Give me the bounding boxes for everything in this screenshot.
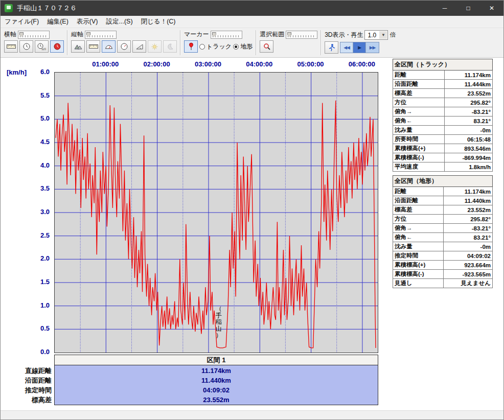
menu-item[interactable]: 表示(V) (73, 16, 102, 28)
minimize-button[interactable]: ─ (433, 1, 456, 16)
y-tick: 2.5 (29, 231, 50, 239)
y-tick: 0.5 (29, 324, 50, 332)
x-tick: 06:00:00 (344, 60, 380, 68)
status-strip (1, 410, 503, 419)
selection-zoom-button[interactable] (260, 40, 273, 53)
summary-row-value: 23.552m (445, 89, 493, 98)
walk-3d-icon (328, 43, 335, 52)
vaxis-distance-button[interactable] (86, 40, 100, 53)
radio-terrain[interactable]: 地形 (233, 42, 253, 51)
haxis-clock-red-button[interactable] (50, 40, 64, 53)
summary-row-label: 推定時間 (393, 251, 444, 261)
track-summary-table: 全区間（トラック） 距離 11.174km 沿面距離 11.444km 標高差 … (393, 59, 493, 172)
maximize-button[interactable]: □ (456, 1, 480, 16)
slope-angle-icon (136, 43, 143, 50)
marker-slider[interactable] (211, 31, 242, 39)
segment-stat-value: 11.174km (55, 366, 378, 376)
menu-item[interactable]: 閉じる！(C) (137, 16, 180, 28)
marker-group: マーカー トラック 地形 (182, 29, 254, 54)
x-tick: 02:00:00 (139, 60, 175, 68)
fast-forward-icon: ▶▶ (370, 45, 376, 50)
segment-header: 区間 1 (54, 355, 378, 365)
summary-row-label: 距離 (393, 71, 445, 80)
summary-row-label: 累積標高(+) (393, 144, 445, 153)
playback-rate-value: 1.0 (368, 32, 376, 39)
radio-dot (199, 44, 205, 50)
play-icon: ▶ (358, 45, 361, 50)
summary-row: 距離 11.174km (393, 71, 493, 80)
horizontal-ruler-icon (7, 44, 16, 49)
gauge-icon (121, 43, 128, 50)
summary-row-value: -923.565m (443, 270, 492, 279)
rewind-button[interactable]: ◀◀ (340, 42, 353, 53)
y-tick: 2.0 (29, 254, 50, 262)
vaxis-slope-button[interactable] (132, 40, 146, 53)
play-button[interactable]: ▶ (353, 42, 366, 53)
menu-item[interactable]: ファイル(F) (1, 16, 43, 28)
summary-row-label: 沿面距離 (393, 196, 444, 205)
summary-row-value: -0m (443, 242, 492, 251)
summary-row-label: 俯角← (393, 116, 445, 126)
speed-chart: （手稲山） (55, 73, 378, 353)
vaxis-label: 縦軸 (71, 30, 83, 39)
menu-item[interactable]: 設定...(S) (102, 16, 136, 28)
summary-row-label: 距離 (393, 187, 444, 196)
summary-row-label: 累積標高(-) (393, 153, 445, 162)
haxis-clock-123-button[interactable]: 123 (35, 40, 49, 53)
summary-row: 俯角← 83.21° (393, 233, 493, 242)
x-tick: 05:00:00 (293, 60, 329, 68)
y-tick: 6.0 (29, 68, 50, 76)
haxis-ruler-button[interactable] (4, 40, 18, 53)
segment-stat-label: 直線距離 (1, 366, 52, 376)
summary-row-label: 累積標高(-) (393, 270, 444, 279)
vaxis-moon-button[interactable] (163, 40, 177, 53)
vaxis-elevation-button[interactable] (71, 40, 85, 53)
vaxis-sun-button[interactable] (148, 40, 162, 53)
vaxis-slider[interactable] (85, 31, 117, 39)
segment-values: 11.174km 11.440km 04:09:02 23.552m (54, 365, 378, 405)
summary-row-value: -83.21° (445, 107, 493, 116)
title-bar[interactable]: 手稲山１７０７２６ ─ □ ✕ (1, 1, 503, 16)
x-tick: 01:00:00 (87, 60, 123, 68)
summary-row: 沈み量 -0m (393, 126, 493, 135)
summary-row-label: 方位 (393, 215, 444, 224)
mountain-icon (74, 43, 82, 50)
segment-stat-label: 沿面距離 (1, 376, 52, 385)
summary-row-value: 83.21° (445, 116, 493, 126)
summary-row-label: 沿面距離 (393, 80, 445, 89)
summary-row: 累積標高(+) 893.546m (393, 144, 493, 153)
summary-row: 沿面距離 11.440km (393, 196, 493, 205)
summary-row: 俯角→ -83.21° (393, 107, 493, 116)
summary-row-value: 06:15:48 (445, 135, 493, 144)
summary-row-value: 11.440km (443, 196, 492, 205)
summary-row-label: 沈み量 (393, 242, 444, 251)
fast-forward-button[interactable]: ▶▶ (366, 42, 379, 53)
menu-item[interactable]: 編集(E) (43, 16, 73, 28)
summary-row-label: 標高差 (393, 89, 445, 98)
radio-track[interactable]: トラック (199, 42, 232, 51)
summary-row-value: -869.994m (445, 153, 493, 162)
haxis-slider[interactable] (18, 31, 50, 39)
rewind-icon: ◀◀ (343, 45, 350, 50)
view-3d-button[interactable] (325, 41, 338, 54)
marker-pin-icon (189, 42, 194, 51)
summary-row-label: 標高差 (393, 205, 444, 215)
close-button[interactable]: ✕ (480, 1, 503, 16)
selection-slider[interactable] (286, 31, 317, 39)
speed-chart-plot[interactable]: （手稲山） (54, 72, 378, 353)
summary-row-value: 923.664m (443, 261, 492, 270)
summary-row-value: 295.82° (443, 215, 492, 224)
summary-row-value: 83.21° (443, 233, 492, 242)
terrain-panel-title: 全区間（地形） (393, 176, 493, 187)
app-icon (5, 4, 13, 12)
segment-stat-value: 11.440km (55, 376, 378, 385)
speedometer-icon (105, 43, 113, 50)
marker-button[interactable] (184, 40, 198, 53)
vaxis-gauge-button[interactable] (117, 40, 131, 53)
haxis-label: 横軸 (4, 30, 16, 39)
vaxis-speed-button[interactable] (102, 40, 116, 53)
summary-row-value: 893.546m (445, 144, 493, 153)
haxis-clock-button[interactable] (19, 40, 33, 53)
track-panel-title: 全区間（トラック） (393, 59, 493, 71)
playback-rate-select[interactable]: 1.0 ▼ (364, 30, 388, 40)
